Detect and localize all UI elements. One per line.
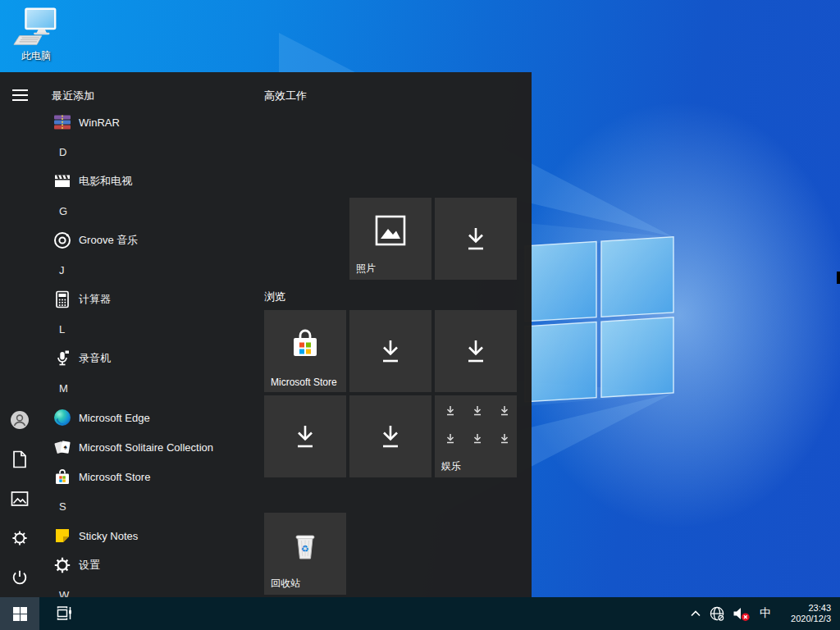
calculator-icon xyxy=(52,290,72,309)
system-tray: 中 23:43 2020/12/3 xyxy=(688,597,840,630)
tiles-pane: 高效工作 照片 浏览 xyxy=(264,72,532,597)
store-icon xyxy=(52,467,72,486)
clock-date: 2020/12/3 xyxy=(780,614,831,624)
clock-time: 23:43 xyxy=(780,603,831,614)
app-microsoft-edge[interactable]: Microsoft Edge xyxy=(39,403,254,432)
voice-recorder-icon xyxy=(52,349,72,368)
section-letter-j[interactable]: J xyxy=(39,255,254,285)
app-settings[interactable]: 设置 xyxy=(39,550,254,580)
app-microsoft-store[interactable]: Microsoft Store xyxy=(39,462,254,491)
solitaire-icon: ♠ xyxy=(52,437,72,457)
windows-logo xyxy=(525,237,673,402)
section-letter-m[interactable]: M xyxy=(39,373,254,403)
section-letter-g[interactable]: G xyxy=(39,196,254,226)
section-letter-s[interactable]: S xyxy=(39,491,254,521)
download-arrow-icon xyxy=(461,336,491,366)
section-letter-w[interactable]: W xyxy=(39,580,254,597)
svg-text:♻: ♻ xyxy=(301,544,309,554)
section-letter-l[interactable]: L xyxy=(39,314,254,344)
hamburger-icon xyxy=(12,89,28,102)
app-movies-tv[interactable]: 电影和电视 xyxy=(39,167,254,196)
screen-edge-artifact xyxy=(837,272,840,284)
speaker-muted-icon xyxy=(732,605,751,623)
user-avatar-icon xyxy=(10,410,30,430)
download-arrow-icon xyxy=(376,336,405,366)
winrar-icon xyxy=(52,112,72,132)
tile-folder-entertainment[interactable]: 娱乐 xyxy=(435,395,517,477)
download-arrow-icon xyxy=(290,422,320,451)
computer-monitor-icon xyxy=(12,7,60,48)
globe-no-internet-icon xyxy=(709,605,726,623)
download-arrow-icon xyxy=(376,422,405,451)
windows-logo-icon xyxy=(13,607,27,621)
taskbar-clock[interactable]: 23:43 2020/12/3 xyxy=(780,603,831,624)
network-status[interactable] xyxy=(709,597,726,630)
menu-expand-button[interactable] xyxy=(0,79,39,112)
tile-pending-download-4[interactable] xyxy=(264,395,346,477)
volume-status[interactable] xyxy=(732,597,751,630)
document-icon xyxy=(11,450,28,468)
group-header-productivity[interactable]: 高效工作 xyxy=(264,89,307,103)
movies-tv-icon xyxy=(52,171,72,191)
group-header-browse[interactable]: 浏览 xyxy=(264,290,285,304)
tile-pending-download-1[interactable] xyxy=(435,198,517,280)
edge-icon xyxy=(52,408,72,427)
app-list: WinRAR D 电影和电视 G xyxy=(39,107,254,597)
this-pc-label: 此电脑 xyxy=(21,49,51,63)
hidden-icons-chevron[interactable] xyxy=(688,597,703,630)
app-sticky-notes[interactable]: Sticky Notes xyxy=(39,521,254,550)
taskbar: 中 23:43 2020/12/3 xyxy=(0,597,840,630)
gear-icon xyxy=(11,529,29,547)
start-menu: 最近添加 WinRAR D 电影和电视 xyxy=(0,72,532,597)
user-account-button[interactable] xyxy=(0,404,39,436)
store-bag-icon xyxy=(287,325,323,361)
tile-pending-download-5[interactable] xyxy=(349,395,431,477)
settings-rail-button[interactable] xyxy=(0,522,39,555)
ime-indicator[interactable]: 中 xyxy=(756,606,774,621)
this-pc-desktop-icon[interactable]: 此电脑 xyxy=(7,7,66,63)
app-groove-music[interactable]: Groove 音乐 xyxy=(39,226,254,255)
recently-added-header: 最近添加 xyxy=(52,89,94,103)
app-solitaire-collection[interactable]: ♠ Microsoft Solitaire Collection xyxy=(39,432,254,462)
tile-recycle-bin[interactable]: ♻ 回收站 xyxy=(264,513,346,595)
tile-pending-download-2[interactable] xyxy=(349,310,431,392)
settings-gear-icon xyxy=(52,555,72,575)
section-letter-d[interactable]: D xyxy=(39,137,254,167)
pictures-icon xyxy=(11,491,29,507)
tile-pending-download-3[interactable] xyxy=(435,310,517,392)
sticky-notes-icon xyxy=(52,526,72,546)
documents-button[interactable] xyxy=(0,443,39,476)
task-view-button[interactable] xyxy=(46,597,82,630)
recycle-bin-icon: ♻ xyxy=(287,527,323,564)
task-view-icon xyxy=(54,604,74,623)
tile-microsoft-store[interactable]: Microsoft Store xyxy=(264,310,346,392)
download-arrow-icon xyxy=(461,224,491,253)
app-calculator[interactable]: 计算器 xyxy=(39,285,254,314)
app-voice-recorder[interactable]: 录音机 xyxy=(39,344,254,373)
power-icon xyxy=(11,568,29,587)
pictures-button[interactable] xyxy=(0,482,39,515)
power-button[interactable] xyxy=(0,561,39,594)
start-button[interactable] xyxy=(0,597,39,630)
app-winrar[interactable]: WinRAR xyxy=(39,107,254,137)
groove-music-icon xyxy=(52,231,72,250)
chevron-up-icon xyxy=(688,606,703,621)
tile-photos[interactable]: 照片 xyxy=(349,198,431,280)
photos-icon xyxy=(372,212,409,249)
